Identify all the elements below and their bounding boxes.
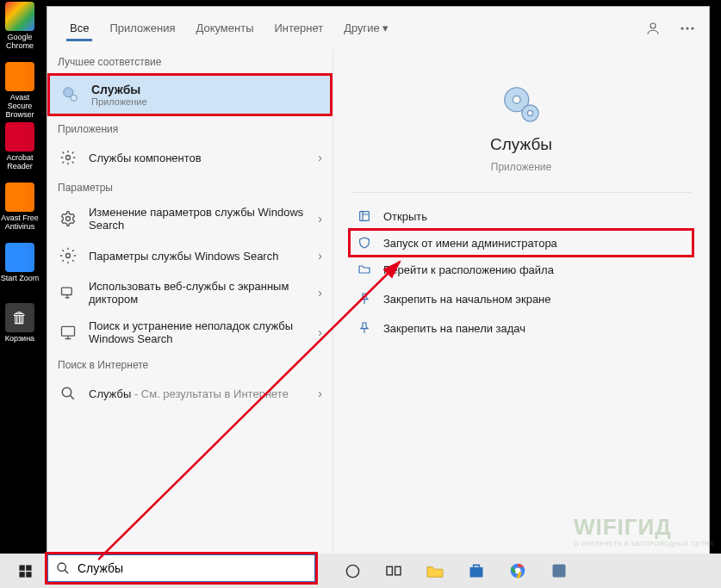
svg-point-6 [66,156,71,160]
result-web[interactable]: Службы - См. результаты в Интернете › [47,376,333,411]
action-open[interactable]: Открыть [351,201,692,231]
svg-rect-18 [26,565,31,570]
settings-icon [58,245,78,266]
desktop-icons: Google Chrome Avast Secure Browser Acrob… [0,0,40,581]
desktop-icon[interactable]: 🗑Корзина [0,303,40,362]
svg-point-13 [513,96,520,103]
search-icon [48,561,78,575]
svg-rect-24 [470,567,483,578]
svg-point-8 [66,254,71,258]
action-open-location[interactable]: Перейти к расположению файла [351,255,692,284]
action-label: Открыть [383,210,427,223]
svg-rect-10 [62,326,75,336]
svg-point-5 [71,95,77,101]
taskbar-search-box[interactable] [47,554,316,583]
pin-icon [356,290,373,307]
svg-rect-22 [387,566,392,575]
chevron-right-icon: › [318,286,322,300]
svg-point-0 [650,23,656,28]
action-run-as-admin[interactable]: Запуск от имени администратора [348,228,694,257]
svg-rect-9 [62,288,72,294]
tab-more[interactable]: Другие ▾ [333,7,399,49]
taskbar-explorer[interactable] [417,554,453,588]
action-label: Закрепить на начальном экране [383,293,551,306]
chevron-right-icon: › [318,325,322,339]
search-tabs: Все Приложения Документы Интернет Другие… [47,7,709,49]
svg-point-2 [686,27,688,29]
group-web: Поиск в Интернете [47,352,333,376]
chevron-right-icon: › [318,387,322,400]
preview-title: Службы [490,135,552,154]
preview-pane: Службы Приложение Открыть Запуск от имен… [333,49,709,558]
group-best-match: Лучшее соответствие [47,49,333,73]
tab-apps[interactable]: Приложения [99,7,185,49]
taskbar-chrome[interactable] [500,554,536,588]
svg-point-3 [691,27,693,29]
result-label: Параметры службы Windows Search [89,250,308,263]
tab-web[interactable]: Интернет [264,7,333,49]
action-pin-taskbar[interactable]: Закрепить на панели задач [351,313,692,343]
result-item[interactable]: Изменение параметров службы Windows Sear… [47,199,333,238]
svg-rect-23 [395,566,401,575]
result-label: Поиск и устранение неполадок службы Wind… [89,319,308,345]
account-icon[interactable] [643,19,662,38]
shield-icon [356,234,373,251]
action-pin-start[interactable]: Закрепить на начальном экране [351,284,692,313]
svg-point-1 [681,27,683,29]
desktop-icon[interactable]: Acrobat Reader [0,122,40,181]
svg-point-11 [62,387,71,397]
action-label: Закрепить на панели задач [383,322,525,335]
svg-point-7 [66,217,71,221]
search-panel: Все Приложения Документы Интернет Другие… [47,6,710,559]
tab-docs[interactable]: Документы [185,7,264,49]
result-item[interactable]: Поиск и устранение неполадок службы Wind… [47,313,333,352]
group-settings: Параметры [47,175,333,199]
result-title: Службы [91,83,320,96]
result-item[interactable]: Параметры службы Windows Search › [47,238,333,273]
svg-point-21 [346,565,358,577]
result-item[interactable]: Использовать веб-службы с экранным дикто… [47,273,333,313]
tab-all[interactable]: Все [59,7,99,49]
result-label: Изменение параметров службы Windows Sear… [89,206,308,232]
desktop-icon[interactable]: Start Zoom [0,243,40,301]
result-subtitle: Приложение [91,96,320,107]
svg-rect-17 [19,565,24,570]
desktop-icon[interactable]: Avast Free Antivirus [0,183,40,241]
svg-point-15 [527,110,532,115]
svg-rect-20 [26,572,31,577]
group-apps: Приложения [47,116,333,140]
open-icon [356,207,373,225]
chevron-right-icon: › [318,151,322,164]
taskbar-app[interactable] [541,554,577,588]
result-label: Использовать веб-службы с экранным дикто… [89,280,308,306]
action-label: Перейти к расположению файла [383,263,554,276]
result-label: Службы компонентов [89,152,308,164]
narrator-icon [58,282,78,303]
component-services-icon [58,147,78,168]
svg-rect-27 [553,565,566,578]
svg-rect-16 [360,212,370,221]
search-icon [58,383,78,404]
services-large-icon [497,80,545,128]
chevron-right-icon: › [318,212,322,226]
action-label: Запуск от имени администратора [383,237,557,250]
result-best-match[interactable]: Службы Приложение [47,73,333,116]
folder-icon [356,261,373,278]
preview-actions: Открыть Запуск от имени администратора П… [351,193,692,343]
start-button[interactable] [7,554,43,588]
search-input[interactable] [78,555,314,581]
cortana-button[interactable] [334,554,370,588]
settings-icon [58,208,78,229]
desktop-icon[interactable]: Avast Secure Browser [0,62,40,121]
taskbar-store[interactable] [458,554,494,588]
desktop-icon[interactable]: Google Chrome [0,2,40,60]
more-icon[interactable] [678,19,697,38]
troubleshoot-icon [58,322,78,343]
task-view-button[interactable] [376,554,412,588]
preview-subtitle: Приложение [491,161,551,173]
chevron-right-icon: › [318,249,322,263]
pin-icon [356,319,373,337]
result-item[interactable]: Службы компонентов › [47,140,333,175]
svg-point-28 [58,563,65,571]
result-label: Службы - См. результаты в Интернете [89,387,308,400]
